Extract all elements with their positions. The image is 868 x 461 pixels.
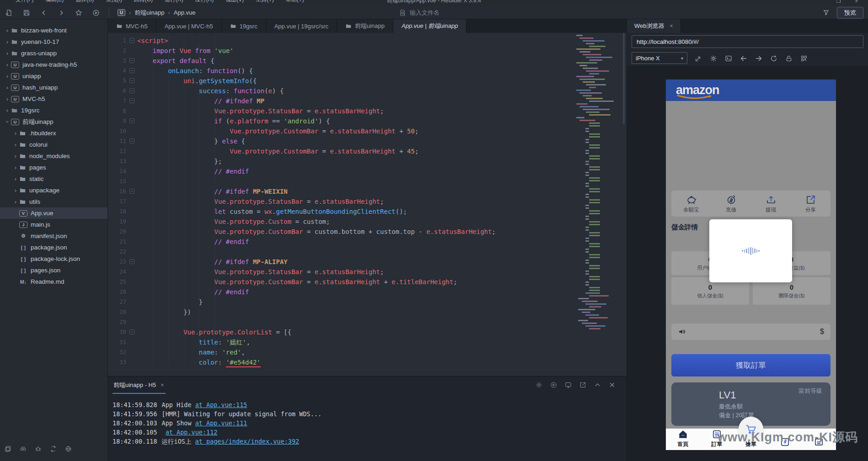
quick-action-余額宝[interactable]: 余額宝	[671, 194, 711, 213]
qr-icon[interactable]	[800, 54, 808, 62]
tree-item[interactable]: [ ]package.json	[0, 242, 107, 253]
editor-tab[interactable]: 19gsrc	[222, 19, 266, 33]
url-input[interactable]: http://localhost:8080/#/	[632, 35, 863, 48]
chevron-right-icon[interactable]: ›	[13, 141, 18, 148]
fold-icon[interactable]: −	[126, 136, 137, 146]
tree-item[interactable]: ›U前端uinapp	[0, 116, 107, 127]
tree-item[interactable]: ⚙manifest.json	[0, 230, 107, 242]
quick-action-提現[interactable]: 提現	[751, 194, 791, 213]
fold-icon[interactable]: −	[126, 76, 137, 86]
chevron-down-icon[interactable]: ›	[4, 119, 11, 125]
arrow-left-icon[interactable]	[740, 54, 747, 62]
fold-icon[interactable]: −	[126, 96, 137, 106]
chevron-right-icon[interactable]: ›	[5, 73, 10, 79]
tree-item[interactable]: ›colorui	[0, 139, 107, 150]
tree-item[interactable]: ›grass-uniapp	[0, 48, 107, 59]
minimap[interactable]	[573, 33, 625, 376]
quick-action-分享[interactable]: 分享	[791, 194, 830, 213]
editor-tab[interactable]: MVC-h5	[108, 19, 156, 33]
editor-tab[interactable]: App.vue | 19gsrc/src	[266, 19, 337, 33]
fold-icon[interactable]: −	[126, 186, 137, 196]
tree-item[interactable]: ›pages	[0, 162, 107, 173]
collapse-icon[interactable]	[594, 380, 601, 389]
back-icon[interactable]	[39, 9, 48, 17]
tree-item[interactable]: ›node_modules	[0, 150, 107, 162]
chevron-right-icon[interactable]: ›	[5, 107, 10, 114]
fold-icon[interactable]: −	[126, 257, 137, 267]
tree-item[interactable]: VApp.vue	[0, 207, 107, 219]
browser-tab[interactable]: Web浏览器 ×	[627, 19, 681, 33]
tree-item[interactable]: ›UMVC-h5	[0, 93, 107, 105]
run-icon[interactable]	[91, 9, 101, 17]
tree-item[interactable]: ›unpackage	[0, 185, 107, 196]
fold-icon[interactable]: −	[126, 86, 137, 96]
star-icon[interactable]	[74, 9, 83, 17]
editor-tab[interactable]: 前端uinapp	[337, 19, 393, 33]
chevron-right-icon[interactable]: ›	[5, 84, 10, 91]
tree-item[interactable]: ›static	[0, 173, 107, 185]
tree-item[interactable]: M↓Readme.md	[0, 276, 107, 287]
play-circle-icon[interactable]	[550, 380, 557, 389]
new-file-icon[interactable]	[5, 9, 14, 17]
tree-item[interactable]: ›Uhash_uniapp	[0, 82, 107, 93]
browser-tab-close-icon[interactable]: ×	[670, 23, 673, 29]
code-editor[interactable]: 1−<script>2 import Vue from 'vue'3− expo…	[108, 33, 627, 376]
log-source-link[interactable]: at App.vue:111	[195, 419, 247, 427]
tree-item[interactable]: [ ]package-lock.json	[0, 253, 107, 265]
tree-item[interactable]: ›.hbuilderx	[0, 127, 107, 139]
log-source-link[interactable]: at App.vue:115	[195, 401, 247, 408]
console-tab[interactable]: 前端uinapp - H5 ×	[113, 379, 166, 394]
bug-icon[interactable]	[35, 445, 42, 453]
tree-item[interactable]: ›yuenan-10-17	[0, 36, 107, 48]
binoculars-icon[interactable]	[20, 445, 27, 453]
editor-tab[interactable]: App.vue | MVC-h5	[156, 19, 222, 33]
export-icon[interactable]	[579, 380, 586, 389]
chevron-right-icon[interactable]: ›	[13, 164, 18, 171]
chevron-right-icon[interactable]: ›	[5, 50, 10, 57]
gear-icon[interactable]	[710, 54, 717, 62]
window-controls[interactable]: ❐ ×	[836, 0, 864, 4]
device-select[interactable]: iPhone X ▾	[632, 52, 687, 64]
editor-tab[interactable]: App.vue | 前端uinapp	[393, 19, 466, 33]
log-source-link[interactable]: at pages/index/index.vue:392	[195, 438, 300, 445]
lock-icon[interactable]	[785, 54, 793, 62]
fold-icon[interactable]: −	[126, 66, 137, 76]
tree-item[interactable]: ›Uuniapp	[0, 70, 107, 82]
fold-icon[interactable]: −	[126, 36, 137, 46]
fold-icon[interactable]: −	[126, 56, 137, 66]
monitor-icon[interactable]	[565, 380, 572, 389]
notice-bar[interactable]: $	[671, 323, 830, 340]
tree-item[interactable]: Jmain.js	[0, 219, 107, 230]
get-order-button[interactable]: 獲取訂單	[671, 354, 830, 376]
log-source-link[interactable]: at App.vue:112	[166, 429, 218, 436]
globe-icon[interactable]	[65, 445, 72, 453]
breadcrumb[interactable]: U › 前端uinapp › App.vue	[118, 9, 195, 17]
chevron-right-icon[interactable]: ›	[13, 198, 18, 205]
file-search-input[interactable]: 输入文件名	[399, 9, 439, 17]
chevron-right-icon[interactable]: ›	[5, 61, 10, 68]
tree-item[interactable]: ›Ujava-new-trading-h5	[0, 59, 107, 70]
funnel-icon[interactable]	[823, 9, 830, 16]
resize-icon[interactable]	[695, 54, 702, 62]
sync-icon[interactable]	[50, 445, 57, 453]
tree-item[interactable]: ›bizzan-web-front	[0, 25, 107, 36]
close-icon[interactable]	[609, 380, 616, 389]
tree-item[interactable]: ›utils	[0, 196, 107, 207]
forward-icon[interactable]	[57, 9, 66, 17]
terminal-icon[interactable]	[725, 54, 732, 62]
breadcrumb-file[interactable]: App.vue	[174, 9, 196, 16]
refresh-icon[interactable]	[770, 54, 777, 62]
chevron-right-icon[interactable]: ›	[5, 38, 10, 45]
chevron-right-icon[interactable]: ›	[13, 153, 18, 159]
chevron-right-icon[interactable]: ›	[13, 130, 18, 137]
editor-scrollbar[interactable]	[623, 33, 625, 124]
quick-action-充值[interactable]: 充值	[711, 194, 751, 213]
fold-icon[interactable]: −	[126, 116, 137, 126]
arrow-right-icon[interactable]	[755, 54, 762, 62]
tree-item[interactable]: [ ]pages.json	[0, 265, 107, 276]
tree-item[interactable]: ›19gsrc	[0, 105, 107, 116]
gear-icon[interactable]	[536, 380, 542, 389]
save-icon[interactable]	[22, 9, 31, 17]
preview-button[interactable]: 预览	[837, 7, 863, 19]
console-tab-close-icon[interactable]: ×	[161, 382, 164, 388]
